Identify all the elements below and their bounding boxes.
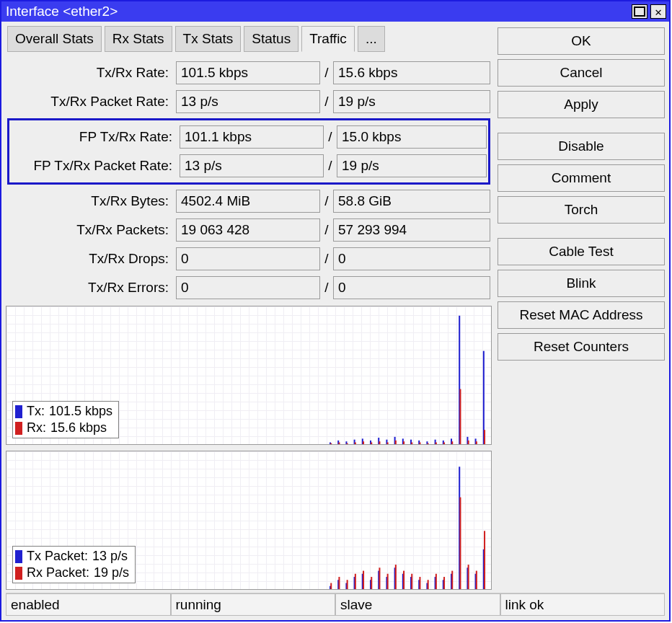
cancel-button[interactable]: Cancel — [498, 59, 665, 87]
svg-rect-21 — [338, 442, 340, 444]
txrx-rate-row: Tx/Rx Rate: 101.5 kbps / 15.6 kbps — [7, 61, 490, 85]
reset-counters-button[interactable]: Reset Counters — [498, 333, 665, 361]
svg-rect-65 — [371, 577, 372, 589]
txrx-packet-rate-tx: 13 p/s — [176, 90, 320, 113]
txrx-errors-rx: 0 — [333, 276, 490, 299]
tab-status[interactable]: Status — [244, 26, 299, 52]
tabs: Overall StatsRx StatsTx StatsStatusTraff… — [6, 26, 492, 52]
svg-rect-68 — [395, 565, 397, 589]
svg-rect-20 — [330, 443, 332, 444]
ok-button[interactable]: OK — [498, 27, 665, 55]
svg-rect-69 — [403, 571, 404, 589]
fp-txrx-rate-row: FP Tx/Rx Rate: 101.1 kbps / 15.0 kbps — [11, 125, 487, 149]
svg-rect-63 — [355, 574, 356, 589]
rate-chart: Tx: 101.5 kbps Rx: 15.6 kbps — [6, 306, 492, 445]
svg-rect-23 — [355, 442, 356, 444]
close-button[interactable]: ✕ — [650, 4, 666, 19]
svg-rect-29 — [403, 441, 404, 444]
svg-rect-77 — [468, 565, 469, 589]
fp-txrx-packet-rate-label: FP Tx/Rx Packet Rate: — [11, 158, 177, 174]
button-panel: OK Cancel Apply Disable Comment Torch Ca… — [498, 26, 665, 590]
svg-rect-67 — [387, 574, 389, 589]
txrx-bytes-label: Tx/Rx Bytes: — [7, 193, 173, 209]
txrx-errors-label: Tx/Rx Errors: — [7, 280, 173, 296]
svg-rect-62 — [347, 580, 348, 589]
cable-test-button[interactable]: Cable Test — [498, 238, 665, 265]
fp-txrx-packet-rate-tx: 13 p/s — [180, 154, 324, 177]
tab-tx-stats[interactable]: Tx Stats — [175, 26, 242, 52]
tab-overall-stats[interactable]: Overall Stats — [7, 26, 102, 52]
fp-txrx-packet-rate-row: FP Tx/Rx Packet Rate: 13 p/s / 19 p/s — [11, 154, 487, 178]
svg-rect-60 — [330, 583, 332, 589]
txrx-packets-row: Tx/Rx Packets: 19 063 428 / 57 293 994 — [7, 218, 490, 242]
svg-rect-38 — [476, 441, 477, 444]
svg-rect-26 — [379, 441, 380, 444]
txrx-bytes-tx: 4502.4 MiB — [176, 190, 320, 213]
svg-rect-64 — [363, 571, 364, 589]
txrx-rate-label: Tx/Rx Rate: — [7, 65, 173, 81]
fp-rates-highlight: FP Tx/Rx Rate: 101.1 kbps / 15.0 kbps FP… — [7, 118, 490, 185]
txrx-packets-label: Tx/Rx Packets: — [7, 222, 173, 238]
svg-rect-79 — [484, 531, 485, 589]
svg-rect-61 — [338, 577, 340, 589]
svg-rect-37 — [468, 441, 469, 444]
reset-mac-button[interactable]: Reset MAC Address — [498, 301, 665, 329]
fp-txrx-rate-rx: 15.0 kbps — [337, 125, 487, 149]
status-link-ok: link ok — [500, 593, 666, 616]
svg-rect-35 — [451, 441, 453, 444]
svg-rect-30 — [411, 442, 412, 444]
tab-[interactable]: ... — [358, 26, 385, 52]
svg-rect-33 — [436, 442, 437, 444]
tab-rx-stats[interactable]: Rx Stats — [105, 26, 172, 52]
svg-rect-76 — [459, 498, 461, 589]
blink-button[interactable]: Blink — [498, 270, 665, 297]
interface-window: Interface <ether2> ✕ Overall StatsRx Sta… — [0, 0, 671, 622]
fp-txrx-rate-tx: 101.1 kbps — [180, 125, 324, 149]
svg-rect-28 — [395, 441, 397, 444]
txrx-errors-row: Tx/Rx Errors: 0 / 0 — [7, 275, 490, 300]
svg-rect-34 — [443, 442, 445, 444]
txrx-drops-row: Tx/Rx Drops: 0 / 0 — [7, 247, 490, 271]
svg-rect-66 — [379, 567, 380, 589]
status-slave: slave — [335, 593, 500, 616]
svg-rect-39 — [484, 430, 485, 444]
tab-traffic[interactable]: Traffic — [301, 26, 355, 52]
svg-rect-74 — [443, 577, 445, 589]
txrx-packet-rate-rx: 19 p/s — [333, 90, 490, 113]
svg-rect-71 — [419, 577, 420, 589]
svg-rect-72 — [428, 580, 429, 589]
txrx-packet-rate-row: Tx/Rx Packet Rate: 13 p/s / 19 p/s — [7, 89, 490, 114]
svg-rect-31 — [419, 442, 420, 444]
status-enabled: enabled — [6, 593, 171, 616]
comment-button[interactable]: Comment — [498, 164, 665, 192]
titlebar: Interface <ether2> ✕ — [1, 1, 669, 22]
txrx-drops-label: Tx/Rx Drops: — [7, 251, 173, 267]
status-running: running — [171, 593, 336, 616]
txrx-packets-rx: 57 293 994 — [333, 218, 490, 242]
statusbar: enabled running slave link ok — [6, 593, 665, 616]
txrx-drops-rx: 0 — [333, 247, 490, 270]
txrx-errors-tx: 0 — [176, 276, 320, 299]
apply-button[interactable]: Apply — [498, 91, 665, 118]
txrx-drops-tx: 0 — [176, 247, 320, 270]
txrx-bytes-rx: 58.8 GiB — [333, 190, 490, 213]
txrx-packets-tx: 19 063 428 — [176, 218, 320, 242]
svg-rect-32 — [428, 443, 429, 444]
svg-rect-73 — [436, 574, 437, 589]
packet-chart: Tx Packet: 13 p/s Rx Packet: 19 p/s — [6, 451, 492, 590]
txrx-packet-rate-label: Tx/Rx Packet Rate: — [7, 94, 173, 110]
txrx-bytes-row: Tx/Rx Bytes: 4502.4 MiB / 58.8 GiB — [7, 189, 490, 213]
svg-rect-22 — [347, 443, 348, 444]
svg-rect-25 — [371, 442, 372, 444]
fp-txrx-rate-label: FP Tx/Rx Rate: — [11, 129, 177, 145]
svg-rect-70 — [411, 574, 412, 589]
svg-rect-27 — [387, 442, 389, 444]
disable-button[interactable]: Disable — [498, 133, 665, 160]
window-title: Interface <ether2> — [6, 4, 118, 19]
maximize-button[interactable] — [632, 4, 647, 19]
txrx-rate-rx: 15.6 kbps — [333, 61, 490, 84]
svg-rect-36 — [459, 389, 461, 444]
client-area: Overall StatsRx StatsTx StatsStatusTraff… — [1, 22, 669, 620]
torch-button[interactable]: Torch — [498, 196, 665, 224]
svg-rect-78 — [476, 571, 477, 589]
